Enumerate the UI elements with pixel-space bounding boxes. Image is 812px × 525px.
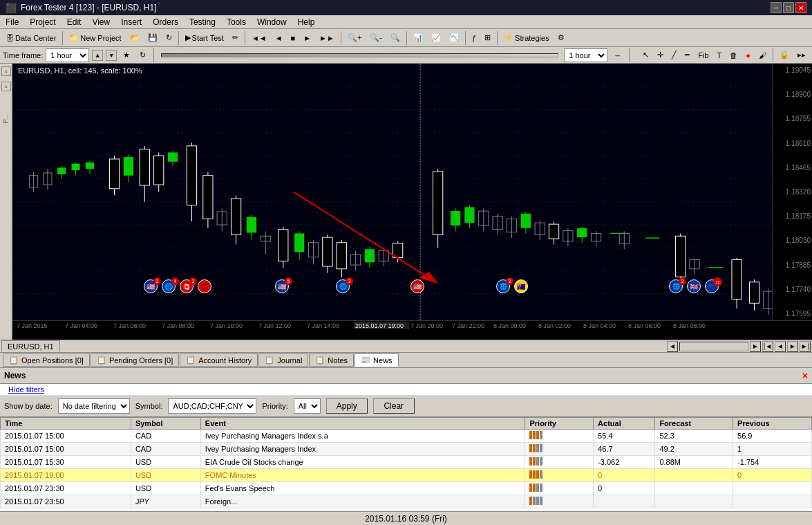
cell-event: Ivey Purchasing Managers Index s.a	[200, 430, 525, 443]
sep4	[341, 31, 341, 45]
svg-rect-52	[323, 237, 332, 266]
menu-window[interactable]: Window	[252, 16, 292, 28]
apply-button[interactable]: Apply	[326, 398, 368, 414]
start-test-button[interactable]: ▶ Start Test	[182, 31, 227, 44]
more-tools[interactable]: ▸▸	[794, 48, 809, 62]
table-row[interactable]: 2015.01.07 15:00 CAD Ivey Purchasing Man…	[1, 430, 812, 443]
menu-orders[interactable]: Orders	[147, 16, 184, 28]
lock-tool[interactable]: 🔒	[776, 48, 793, 62]
chart-canvas[interactable]: EURUSD, H1, cell: 145, scale: 100%	[12, 64, 772, 320]
chart-type1[interactable]: 📊	[410, 31, 426, 44]
table-row[interactable]: 2015.01.07 15:00 CAD Ivey Purchasing Man…	[1, 443, 812, 456]
nav-step-fwd[interactable]: ►	[300, 32, 314, 44]
filter-symbol-select[interactable]: AUD;CAD;CHF;CNY	[168, 398, 256, 414]
news-close-btn[interactable]: ×	[802, 370, 808, 381]
candlestick-chart	[12, 64, 772, 320]
tab-journal[interactable]: 📋 Journal	[258, 353, 308, 367]
nav-fwd[interactable]: ►►	[316, 32, 338, 44]
indicator-button[interactable]: ƒ	[469, 32, 480, 44]
hline-tool[interactable]: ━	[681, 48, 693, 62]
filter-priority-select[interactable]: All	[294, 398, 321, 414]
time-label-4: 7 Jan 10:00	[209, 322, 257, 329]
filter-date-select[interactable]: No date filtering	[58, 398, 130, 414]
open-button[interactable]: 📂	[126, 31, 143, 44]
fib-tool[interactable]: Fib	[695, 49, 712, 62]
cursor-tool[interactable]: ↖	[639, 48, 652, 62]
cell-time: 2015.01.07 23:30	[1, 482, 131, 495]
color-tool[interactable]: ●	[742, 49, 754, 62]
price-label-3: 1.18755	[774, 115, 811, 122]
nav-stop[interactable]: ■	[287, 32, 299, 44]
time-label-1: 7 Jan 04:00	[64, 322, 112, 329]
tf-arrows-nav[interactable]: ↔	[610, 49, 625, 62]
tab-open-positions[interactable]: 📋 Open Positions [0]	[3, 353, 90, 367]
svg-rect-46	[278, 230, 288, 261]
sep7	[497, 31, 498, 45]
tab-notes[interactable]: 📋 Notes	[309, 353, 354, 367]
menu-tools[interactable]: Tools	[221, 16, 252, 28]
menu-view[interactable]: View	[86, 16, 115, 28]
scroll-right-btn[interactable]: ►	[750, 341, 761, 352]
save-button[interactable]: 💾	[144, 31, 161, 44]
menu-file[interactable]: File	[0, 16, 24, 28]
line-tool[interactable]: ╱	[668, 48, 680, 62]
delete-tool[interactable]: 🗑	[726, 49, 741, 62]
scroll-first-btn[interactable]: |◄	[762, 341, 773, 352]
crosshair-tool[interactable]: ✛	[654, 48, 667, 62]
new-project-button[interactable]: 📁 New Project	[66, 31, 124, 44]
news-data-table: Time Symbol Event Priority Actual Foreca…	[0, 417, 812, 508]
priority-bar	[529, 444, 542, 452]
menu-edit[interactable]: Edit	[62, 16, 87, 28]
zoom-out[interactable]: 🔍-	[366, 31, 386, 44]
zoom-in[interactable]: 🔍+	[344, 31, 365, 44]
symbol-tab[interactable]: EURUSD, H1	[1, 340, 60, 353]
table-row-highlighted[interactable]: 2015.01.07 19:00 USD FOMC Minutes	[1, 469, 812, 482]
database-icon: 🗄	[6, 34, 14, 42]
menu-insert[interactable]: Insert	[115, 16, 147, 28]
tab-pending-orders[interactable]: 📋 Pending Orders [0]	[91, 353, 179, 367]
scroll-last-btn[interactable]: ►|	[800, 341, 811, 352]
chart-type2[interactable]: 📈	[428, 31, 444, 44]
text-tool[interactable]: T	[714, 49, 726, 62]
search-button[interactable]: 🔍	[387, 31, 404, 44]
svg-rect-92	[676, 236, 686, 277]
tab-news[interactable]: 📰 News	[355, 353, 399, 367]
chart-type3[interactable]: 📉	[446, 31, 462, 44]
close-chart-btn2[interactable]: ×	[1, 82, 11, 91]
brush-tool[interactable]: 🖌	[755, 49, 770, 62]
tf-up[interactable]: ▲	[92, 50, 103, 61]
minimize-button[interactable]: ─	[771, 2, 782, 13]
scroll-prev-btn[interactable]: ◄	[775, 341, 786, 352]
table-row[interactable]: 2015.01.07 15:30 USD EIA Crude Oil Stock…	[1, 456, 812, 469]
strategies-button[interactable]: ⚡ Strategies	[500, 31, 553, 44]
timeframe-select2[interactable]: 1 hour 4 hours	[564, 48, 607, 62]
edit-button[interactable]: ✏	[229, 31, 242, 44]
nav-step-back[interactable]: ◄	[272, 32, 286, 44]
tf-refresh[interactable]: ↻	[136, 48, 149, 62]
hide-filters-link[interactable]: Hide filters	[4, 384, 48, 395]
cell-forecast	[655, 482, 733, 495]
cell-time: 2015.01.07 15:30	[1, 456, 131, 469]
close-chart-btn[interactable]: ×	[1, 66, 11, 76]
refresh-button[interactable]: ↻	[162, 31, 176, 44]
nav-back[interactable]: ◄◄	[248, 32, 270, 44]
clear-button[interactable]: Clear	[373, 398, 415, 414]
table-row[interactable]: 2015.01.07 23:30 USD Fed's Evans Speech	[1, 482, 812, 495]
maximize-button[interactable]: □	[783, 2, 794, 13]
menu-help[interactable]: Help	[292, 16, 321, 28]
menu-project[interactable]: Project	[24, 16, 61, 28]
tf-down[interactable]: ▼	[106, 50, 117, 61]
scroll-left-btn[interactable]: ◄	[667, 341, 678, 352]
tf-fav[interactable]: ★	[120, 48, 133, 62]
tab-account-history[interactable]: 📋 Account History	[180, 353, 258, 367]
settings-button[interactable]: ⚙	[554, 31, 568, 44]
menu-testing[interactable]: Testing	[184, 16, 221, 28]
template-button[interactable]: ⊞	[481, 31, 494, 44]
close-button[interactable]: ✕	[795, 2, 806, 13]
timeframe-select1[interactable]: 1 hour 4 hours Daily	[46, 48, 89, 62]
data-center-button[interactable]: 🗄 Data Center	[3, 32, 59, 44]
table-row[interactable]: 2015.01.07 23:50 JPY Foreign...	[1, 495, 812, 508]
scroll-track[interactable]	[679, 342, 748, 351]
speed-slider[interactable]	[161, 53, 558, 57]
scroll-next-btn[interactable]: ►	[787, 341, 798, 352]
